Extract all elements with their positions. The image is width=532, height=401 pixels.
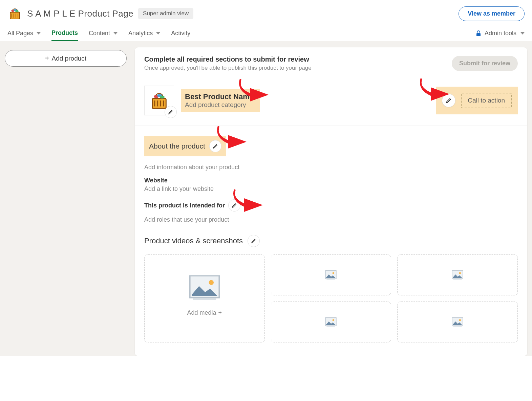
- roles-placeholder: Add roles that use your product: [144, 216, 518, 223]
- tab-content[interactable]: Content: [89, 26, 118, 41]
- chevron-down-icon: [520, 32, 525, 35]
- intended-row: This product is intended for: [144, 199, 518, 211]
- image-placeholder-icon: [452, 317, 463, 327]
- svg-rect-31: [453, 326, 462, 327]
- about-title: About the product: [149, 142, 205, 150]
- pencil-icon: [446, 97, 452, 104]
- tab-bar: All Pages Products Content Analytics Act…: [0, 26, 532, 41]
- tab-analytics[interactable]: Analytics: [128, 26, 160, 41]
- media-slot[interactable]: [397, 254, 518, 295]
- tab-label: All Pages: [7, 30, 33, 37]
- chevron-down-icon: [156, 32, 160, 35]
- about-info-placeholder: Add information about your product: [144, 164, 518, 171]
- side-column: + Add product: [5, 47, 127, 67]
- product-name-block[interactable]: Best Product Name Add product category: [181, 89, 260, 112]
- product-name: Best Product Name: [185, 92, 254, 101]
- add-media-caption: Add media +: [187, 309, 222, 316]
- body-area: + Add product Complete all required sect…: [0, 41, 532, 356]
- review-sub: Once approved, you'll be able to publish…: [144, 65, 312, 71]
- image-placeholder-icon: [325, 270, 337, 280]
- media-slot[interactable]: [271, 254, 391, 295]
- edit-thumb-button[interactable]: [165, 106, 177, 118]
- pencil-icon: [232, 203, 237, 208]
- pencil-icon: [251, 238, 256, 244]
- product-thumb: [144, 86, 174, 115]
- svg-point-16: [159, 95, 165, 98]
- annotation-arrow-icon: [135, 261, 136, 294]
- svg-rect-28: [327, 326, 335, 327]
- svg-point-21: [333, 272, 334, 274]
- tab-label: Products: [51, 29, 78, 37]
- media-slot[interactable]: [271, 302, 391, 342]
- image-placeholder-icon: [189, 275, 220, 301]
- tab-products[interactable]: Products: [51, 26, 78, 41]
- add-product-button[interactable]: + Add product: [5, 50, 127, 67]
- media-slot[interactable]: [397, 302, 518, 342]
- add-media-label: Add media: [187, 309, 216, 316]
- media-grid: Add media +: [144, 254, 518, 342]
- intended-label: This product is intended for: [144, 202, 225, 209]
- review-bar: Complete all required sections to submit…: [135, 47, 527, 77]
- image-placeholder-icon: [452, 270, 463, 280]
- product-category-placeholder: Add product category: [185, 101, 254, 109]
- about-title-row: About the product: [144, 136, 518, 156]
- plus-icon: +: [218, 309, 222, 316]
- cta-block: Call to action: [436, 87, 518, 114]
- media-title: Product videos & screenshots: [144, 237, 243, 245]
- super-admin-badge: Super admin view: [138, 8, 193, 19]
- review-text: Complete all required sections to submit…: [144, 55, 312, 71]
- tab-activity[interactable]: Activity: [171, 26, 190, 41]
- svg-point-30: [459, 319, 461, 321]
- admin-tools-menu[interactable]: Admin tools: [476, 30, 525, 37]
- page-title: S A M P L E Product Page: [27, 8, 133, 19]
- review-heading: Complete all required sections to submit…: [144, 55, 312, 63]
- page-header: S A M P L E Product Page Super admin vie…: [0, 0, 532, 26]
- chevron-down-icon: [37, 32, 41, 35]
- tab-label: Content: [89, 30, 110, 37]
- edit-intended-button[interactable]: [228, 199, 240, 211]
- tab-label: Analytics: [128, 30, 153, 37]
- svg-point-24: [459, 272, 461, 274]
- plus-icon: +: [45, 54, 49, 62]
- edit-about-button[interactable]: [209, 140, 221, 152]
- svg-rect-22: [327, 279, 335, 280]
- svg-point-7: [15, 10, 19, 12]
- svg-point-27: [333, 319, 334, 321]
- pencil-icon: [213, 143, 218, 149]
- page-logo-icon: [7, 6, 22, 21]
- tab-label: Activity: [171, 30, 190, 37]
- website-placeholder: Add a link to your website: [144, 185, 518, 193]
- image-placeholder-icon: [325, 317, 337, 327]
- add-product-label: Add product: [52, 55, 86, 62]
- view-as-member-button[interactable]: View as member: [459, 6, 525, 21]
- about-section: About the product Add information about …: [135, 126, 527, 227]
- cta-button[interactable]: Call to action: [461, 93, 512, 108]
- svg-rect-19: [193, 298, 216, 300]
- admin-tools-label: Admin tools: [485, 30, 516, 37]
- pencil-icon: [168, 109, 173, 115]
- svg-rect-25: [453, 279, 462, 280]
- media-section: Product videos & screenshots Add media +: [135, 227, 527, 356]
- svg-rect-8: [476, 33, 481, 36]
- chevron-down-icon: [113, 32, 118, 35]
- edit-media-button[interactable]: [248, 235, 260, 247]
- tab-all-pages[interactable]: All Pages: [7, 26, 41, 41]
- edit-cta-button[interactable]: [442, 94, 455, 107]
- main-panel: Complete all required sections to submit…: [135, 47, 527, 356]
- media-title-row: Product videos & screenshots: [144, 235, 518, 247]
- product-header: Best Product Name Add product category C…: [135, 77, 527, 126]
- media-slot-main[interactable]: Add media +: [144, 254, 265, 342]
- website-label: Website: [144, 177, 518, 184]
- submit-review-button[interactable]: Submit for review: [452, 56, 518, 71]
- lock-icon: [476, 30, 481, 37]
